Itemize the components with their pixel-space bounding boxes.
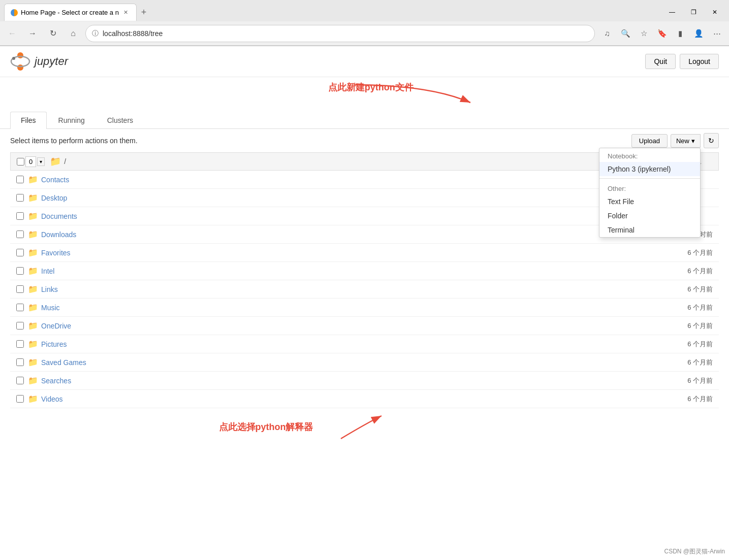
tab-clusters[interactable]: Clusters <box>97 112 144 128</box>
file-checkbox-contacts[interactable] <box>16 176 24 183</box>
refresh-files-button[interactable]: ↻ <box>704 133 719 148</box>
home-button[interactable]: ⌂ <box>65 25 81 42</box>
jupyter-logo-icon <box>10 51 30 72</box>
settings-button[interactable]: ⋯ <box>709 25 725 42</box>
maximize-button[interactable]: ❐ <box>683 4 704 21</box>
file-link-intel[interactable]: Intel <box>41 267 54 275</box>
file-time-links: 6 个月前 <box>687 285 713 294</box>
minimize-button[interactable]: — <box>662 4 682 21</box>
window-controls: — ❐ ✕ <box>662 4 725 21</box>
folder-icon-favorites: 📁 <box>28 248 38 257</box>
terminal-item[interactable]: Terminal <box>599 223 700 237</box>
file-time-videos: 6 个月前 <box>687 394 713 404</box>
file-checkbox-downloads[interactable] <box>16 230 24 238</box>
tab-files[interactable]: Files <box>10 112 47 129</box>
tab-close-button[interactable]: ✕ <box>122 9 130 17</box>
read-aloud-button[interactable]: ♫ <box>599 25 615 42</box>
folder-icon-desktop: 📁 <box>28 193 38 203</box>
file-row: 📁 Music 6 个月前 <box>10 299 719 317</box>
file-checkbox-pictures[interactable] <box>16 340 24 348</box>
file-checkbox-desktop[interactable] <box>16 194 24 202</box>
file-link-documents[interactable]: Documents <box>41 212 77 220</box>
folder-icon-header: 📁 <box>50 156 61 167</box>
count-dropdown-arrow[interactable]: ▾ <box>37 157 45 166</box>
folder-icon-videos: 📁 <box>28 394 38 404</box>
file-link-onedrive[interactable]: OneDrive <box>41 322 71 330</box>
active-tab[interactable]: Home Page - Select or create a n ✕ <box>4 4 137 21</box>
folder-item[interactable]: Folder <box>599 209 700 223</box>
annotation-bottom-area: 点此选择python解释器 <box>0 413 729 449</box>
count-select: 0 ▾ <box>17 156 45 167</box>
file-row: 📁 Pictures 6 个月前 <box>10 335 719 353</box>
collections-button[interactable]: ▮ <box>672 25 688 42</box>
jupyter-logo: jupyter <box>10 51 68 72</box>
browser-toolbar: ♫ 🔍 ☆ 🔖 ▮ 👤 ⋯ <box>599 25 725 42</box>
other-section-label: Other: <box>599 181 700 194</box>
favorites-button[interactable]: ☆ <box>636 25 652 42</box>
annotation-arrow-bottom <box>219 413 397 449</box>
file-link-savedgames[interactable]: Saved Games <box>41 358 86 367</box>
logout-button[interactable]: Logout <box>680 54 719 69</box>
file-time-music: 6 个月前 <box>687 303 713 312</box>
svg-point-0 <box>17 52 23 58</box>
file-checkbox-documents[interactable] <box>16 212 24 220</box>
new-dropdown-container: New ▾ Notebook: Python 3 (ipykernel) Oth… <box>671 134 701 148</box>
folder-icon-downloads: 📁 <box>28 229 38 239</box>
selected-count: 0 <box>25 156 36 167</box>
file-row: 📁 Favorites 6 个月前 <box>10 244 719 262</box>
select-all-checkbox[interactable] <box>17 158 24 166</box>
close-button[interactable]: ✕ <box>705 4 725 21</box>
file-checkbox-music[interactable] <box>16 304 24 311</box>
tab-running[interactable]: Running <box>48 112 96 128</box>
path-separator: / <box>64 157 66 166</box>
file-checkbox-videos[interactable] <box>16 395 24 403</box>
new-tab-button[interactable]: + <box>137 5 151 19</box>
file-link-desktop[interactable]: Desktop <box>41 194 67 202</box>
file-checkbox-intel[interactable] <box>16 267 24 275</box>
refresh-nav-button[interactable]: ↻ <box>45 25 61 42</box>
select-instruction-text: Select items to perform actions on them. <box>10 137 138 145</box>
file-link-searches[interactable]: Searches <box>41 377 71 385</box>
info-icon: ⓘ <box>92 29 99 38</box>
file-checkbox-savedgames[interactable] <box>16 358 24 366</box>
file-time-searches: 6 个月前 <box>687 376 713 385</box>
zoom-button[interactable]: 🔍 <box>617 25 633 42</box>
profile-button[interactable]: 👤 <box>690 25 707 42</box>
file-link-pictures[interactable]: Pictures <box>41 340 67 348</box>
tab-favicon <box>11 9 18 16</box>
python3-item[interactable]: Python 3 (ipykernel) <box>599 162 700 176</box>
file-link-contacts[interactable]: Contacts <box>41 176 69 184</box>
file-checkbox-links[interactable] <box>16 285 24 293</box>
svg-point-3 <box>12 57 15 60</box>
file-link-music[interactable]: Music <box>41 304 60 312</box>
file-time-intel: 6 个月前 <box>687 267 713 276</box>
tab-bar: Home Page - Select or create a n ✕ + — ❐… <box>0 0 729 21</box>
text-file-item[interactable]: Text File <box>599 194 700 209</box>
address-bar: ← → ↻ ⌂ ⓘ localhost:8888/tree ♫ 🔍 ☆ 🔖 ▮ … <box>0 21 729 46</box>
file-link-links[interactable]: Links <box>41 285 58 293</box>
file-checkbox-searches[interactable] <box>16 377 24 384</box>
file-time-onedrive: 6 个月前 <box>687 321 713 331</box>
header-buttons: Quit Logout <box>645 54 719 69</box>
folder-icon-music: 📁 <box>28 303 38 312</box>
file-link-favorites[interactable]: Favorites <box>41 249 71 257</box>
new-button[interactable]: New ▾ <box>671 134 701 148</box>
file-time-pictures: 6 个月前 <box>687 340 713 349</box>
file-checkbox-onedrive[interactable] <box>16 322 24 330</box>
forward-button[interactable]: → <box>24 25 41 42</box>
jupyter-header: jupyter Quit Logout <box>0 46 729 77</box>
file-checkbox-favorites[interactable] <box>16 249 24 256</box>
file-time-savedgames: 6 个月前 <box>687 358 713 367</box>
back-button[interactable]: ← <box>4 25 20 42</box>
url-bar[interactable]: ⓘ localhost:8888/tree <box>85 25 595 42</box>
annotation-top-area: 点此新建python文件 <box>0 77 729 108</box>
file-row: 📁 Searches 6 个月前 <box>10 372 719 390</box>
folder-icon-intel: 📁 <box>28 266 38 276</box>
url-text: localhost:8888/tree <box>103 29 588 38</box>
file-link-videos[interactable]: Videos <box>41 395 63 403</box>
quit-button[interactable]: Quit <box>645 54 676 69</box>
bookmark-button[interactable]: 🔖 <box>654 25 670 42</box>
file-link-downloads[interactable]: Downloads <box>41 230 76 239</box>
file-row: 📁 Saved Games 6 个月前 <box>10 353 719 372</box>
upload-button[interactable]: Upload <box>631 134 668 148</box>
